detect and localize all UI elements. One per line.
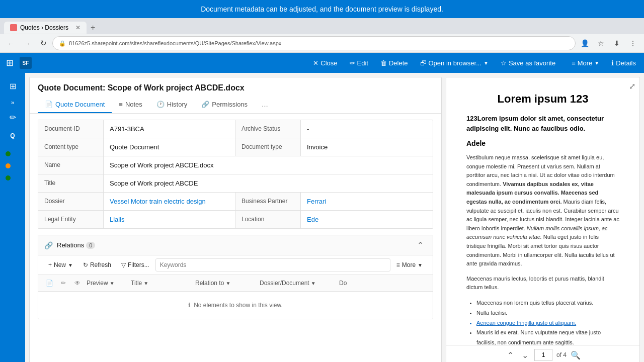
- metadata-cell-legal-entity: Legal Entity Lialis: [38, 211, 235, 228]
- back-button[interactable]: ←: [4, 36, 18, 50]
- download-button[interactable]: ⬇: [610, 36, 624, 50]
- permissions-icon: 🔗: [201, 101, 209, 108]
- keywords-input[interactable]: [155, 258, 390, 272]
- col-doc-file-icon: 📄: [46, 280, 53, 287]
- page-next-button[interactable]: ⌄: [520, 349, 530, 361]
- reload-button[interactable]: ↻: [36, 36, 50, 50]
- label-location: Location: [235, 211, 301, 228]
- sidebar-pencil-icon[interactable]: ✏: [4, 108, 22, 126]
- metadata-cell-location: Location Ede: [235, 211, 433, 228]
- delete-button[interactable]: 🗑 Delete: [376, 57, 412, 69]
- tab-permissions[interactable]: 🔗 Permissions: [194, 97, 255, 113]
- app-header: ⊞ SF ✕ Close ✏ Edit 🗑 Delete 🗗 Open in b…: [0, 53, 644, 73]
- ellipsis-icon: …: [262, 101, 268, 108]
- sidebar-item-3[interactable]: [4, 173, 22, 183]
- open-browser-button[interactable]: 🗗 Open in browser... ▼: [416, 57, 493, 69]
- preview-footer: ⌃ ⌄ of 4 🔍: [446, 345, 639, 362]
- tab-close-button[interactable]: ✕: [75, 24, 80, 31]
- preview-paragraph-2: Maecenas mauris lectus, lobortis et puru…: [466, 275, 619, 292]
- sidebar-item-2[interactable]: [4, 161, 22, 170]
- sidebar-item-1[interactable]: [4, 149, 22, 158]
- address-bar[interactable]: 🔒 81626z5.sharepoint.com/sites/shareflex…: [52, 36, 576, 50]
- announcement-bar: Document metadata can be adjusted, and t…: [0, 0, 644, 18]
- browser-tabs: Quotes › Dossiers ✕ +: [0, 18, 644, 34]
- value-dossier[interactable]: Vessel Motor train electric design: [104, 193, 235, 210]
- status-orange-icon: [6, 163, 11, 168]
- browser-nav: ← → ↻ 🔒 81626z5.sharepoint.com/sites/sha…: [0, 34, 644, 52]
- info-icon: ℹ: [611, 59, 614, 67]
- value-document-type: Invoice: [301, 138, 433, 156]
- announcement-text: Document metadata can be adjusted, and t…: [201, 5, 443, 13]
- value-document-id: A791-3BCA: [104, 120, 235, 138]
- col-pencil-icon: ✏: [61, 280, 66, 287]
- info-circle-icon: ℹ: [188, 302, 191, 309]
- save-favorite-button[interactable]: ☆ Save as favorite: [497, 57, 559, 69]
- col-do: Do: [339, 278, 347, 288]
- left-sidebar: ⊞ » ✏ Q: [0, 73, 25, 362]
- relations-empty-state: ℹ No elements to show in this view.: [38, 292, 433, 319]
- relations-collapse-button[interactable]: ⌃: [414, 239, 427, 251]
- value-location[interactable]: Ede: [301, 211, 433, 228]
- tab-notes[interactable]: ≡ Notes: [112, 97, 149, 113]
- open-browser-icon: 🗗: [420, 59, 427, 67]
- label-dossier: Dossier: [38, 193, 104, 210]
- preview-title: Lorem ipsum 123: [466, 93, 619, 106]
- relations-title: Relations 0: [57, 241, 95, 249]
- new-relation-button[interactable]: + New ▼: [44, 259, 77, 270]
- col-relation-to[interactable]: Relation to ▼: [195, 278, 256, 288]
- preview-heading: Adele: [466, 139, 619, 147]
- col-preview-chevron-icon: ▼: [110, 281, 115, 286]
- details-button[interactable]: ℹ Details: [607, 57, 640, 69]
- value-name: Scope of Work project ABCDE.docx: [104, 156, 433, 174]
- tab-more[interactable]: …: [255, 97, 275, 113]
- refresh-button[interactable]: ↻ Refresh: [79, 259, 115, 270]
- metadata-grid: Document-ID A791-3BCA Archive Status - C…: [38, 120, 433, 229]
- col-title[interactable]: Title ▼: [131, 278, 191, 288]
- list-item-3[interactable]: Aenean congue fringilla justo ut aliquam…: [476, 318, 619, 328]
- more-relation-button[interactable]: ≡ More ▼: [392, 259, 427, 270]
- tab-quote-document[interactable]: 📄 Quote Document: [38, 97, 112, 113]
- lock-icon: 🔒: [59, 40, 66, 47]
- page-prev-button[interactable]: ⌃: [505, 349, 516, 361]
- list-item-4: Mauris id ex erat. Nunc vulputate neque …: [476, 328, 619, 348]
- col-preview[interactable]: Preview ▼: [87, 278, 127, 288]
- new-tab-button[interactable]: +: [87, 21, 99, 34]
- value-legal-entity[interactable]: Lialis: [104, 211, 235, 228]
- filters-button[interactable]: ▽ Filters...: [117, 259, 153, 270]
- metadata-cell-name: Name Scope of Work project ABCDE.docx: [38, 156, 433, 174]
- page-total-text: of 4: [556, 351, 567, 358]
- edit-button[interactable]: ✏ Edit: [346, 57, 372, 69]
- metadata-cell-archive-status: Archive Status -: [235, 120, 433, 138]
- label-content-type: Content type: [38, 138, 104, 156]
- page-number-input[interactable]: [534, 349, 552, 361]
- close-button[interactable]: ✕ Close: [309, 57, 341, 69]
- col-dossier-document[interactable]: Dossier/Document ▼: [260, 278, 335, 288]
- forward-button[interactable]: →: [20, 36, 34, 50]
- value-title: Scope of Work project ABCDE: [104, 174, 433, 192]
- sidebar-waffle-icon[interactable]: ⊞: [4, 77, 22, 95]
- sidebar-expand-button[interactable]: »: [11, 99, 15, 106]
- refresh-icon: ↻: [83, 261, 88, 268]
- notes-icon: ≡: [119, 101, 123, 108]
- new-chevron-icon: ▼: [68, 262, 73, 268]
- tab-history[interactable]: 🕐 History: [149, 97, 194, 113]
- profile-button[interactable]: 👤: [578, 36, 592, 50]
- waffle-icon[interactable]: ⊞: [4, 55, 16, 70]
- browser-tab[interactable]: Quotes › Dossiers ✕: [4, 22, 87, 34]
- value-business-partner[interactable]: Ferrari: [301, 193, 433, 210]
- content-area: Quote Document: Scope of Work project AB…: [25, 73, 644, 362]
- more-button[interactable]: ≡ More ▼: [568, 57, 603, 69]
- star-button[interactable]: ☆: [594, 36, 608, 50]
- header-actions: ✕ Close ✏ Edit 🗑 Delete 🗗 Open in browse…: [309, 57, 640, 69]
- preview-expand-button[interactable]: ⤢: [629, 81, 635, 91]
- metadata-cell-title: Title Scope of Work project ABCDE: [38, 174, 433, 193]
- sidebar-q-icon[interactable]: Q: [10, 132, 15, 139]
- browser-icons: 👤 ☆ ⬇ ⋮: [578, 36, 640, 50]
- metadata-cell-document-id: Document-ID A791-3BCA: [38, 120, 235, 138]
- relation-link-icon: 🔗: [44, 241, 53, 249]
- status-green-icon-2: [6, 175, 11, 180]
- status-green-icon: [6, 151, 11, 156]
- settings-button[interactable]: ⋮: [626, 36, 640, 50]
- label-document-id: Document-ID: [38, 120, 104, 138]
- zoom-button[interactable]: 🔍: [571, 350, 581, 360]
